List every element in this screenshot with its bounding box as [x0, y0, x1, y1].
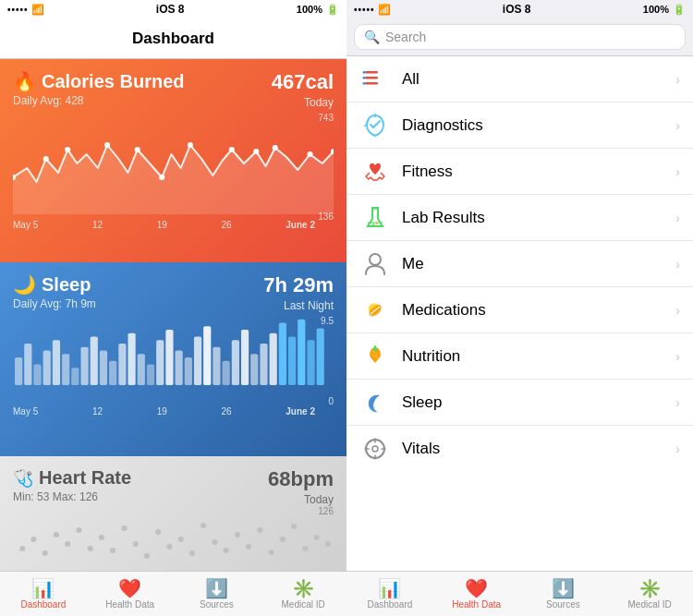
calories-chart: 743 136	[13, 113, 334, 242]
fitness-chevron: ›	[675, 164, 680, 179]
right-tab-dashboard[interactable]: 📊 Dashboard	[346, 579, 433, 610]
svg-point-46	[30, 537, 36, 542]
calories-x-labels: May 5 12 19 26 June 2	[13, 218, 334, 234]
diagnostics-icon	[359, 110, 391, 141]
right-dashboard-tab-icon: 📊	[378, 579, 401, 598]
calories-line-chart	[13, 113, 334, 214]
svg-rect-15	[43, 351, 51, 386]
svg-point-4	[135, 147, 140, 152]
svg-rect-34	[223, 361, 230, 385]
svg-rect-23	[118, 344, 126, 385]
dashboard-tab-icon: 📊	[31, 579, 55, 598]
all-chevron: ›	[675, 72, 680, 87]
svg-rect-13	[24, 344, 31, 385]
list-item-me[interactable]: Me ›	[346, 241, 693, 287]
list-item-lab-results[interactable]: Lab Results ›	[346, 195, 693, 241]
svg-point-77	[363, 76, 366, 79]
x-label-june2: June 2	[286, 220, 315, 230]
svg-point-60	[189, 550, 195, 556]
fitness-label: Fitness	[402, 163, 675, 181]
svg-rect-17	[62, 354, 69, 385]
list-item-diagnostics[interactable]: Diagnostics ›	[346, 103, 693, 149]
calories-card[interactable]: 🔥 Calories Burned Daily Avg: 428 467cal …	[0, 59, 346, 262]
sleep-title: Sleep	[42, 274, 91, 296]
heartrate-dots-chart	[13, 512, 334, 562]
sleep-min-label: 0	[328, 396, 334, 406]
sources-tab-label: Sources	[200, 599, 234, 610]
search-bar-container: 🔍 Search	[346, 18, 693, 56]
svg-rect-75	[365, 82, 378, 85]
moon-icon: 🌙	[13, 273, 36, 296]
x-label-19: 19	[157, 220, 167, 230]
list-item-all[interactable]: All ›	[346, 56, 693, 103]
svg-point-6	[188, 142, 193, 148]
svg-point-68	[280, 537, 286, 542]
left-panel: ••••• 📶 iOS 8 100% 🔋 Dashboard 🔥 Calorie…	[0, 0, 346, 616]
svg-rect-21	[100, 351, 107, 386]
svg-point-53	[110, 548, 116, 553]
svg-rect-19	[80, 347, 88, 385]
right-tab-sources[interactable]: ⬇️ Sources	[520, 579, 607, 610]
me-chevron: ›	[675, 257, 680, 272]
search-bar[interactable]: 🔍 Search	[354, 24, 686, 50]
svg-point-81	[376, 223, 379, 224]
svg-point-9	[273, 145, 278, 151]
fitness-icon	[359, 156, 391, 187]
list-item-vitals[interactable]: Vitals ›	[346, 426, 693, 472]
lab-results-chevron: ›	[675, 211, 680, 225]
svg-rect-41	[288, 337, 296, 386]
svg-rect-36	[241, 330, 249, 385]
tab-health-data[interactable]: ❤️ Health Data	[87, 579, 174, 610]
tab-dashboard[interactable]: 📊 Dashboard	[0, 579, 87, 610]
svg-point-62	[212, 539, 217, 545]
search-icon: 🔍	[364, 30, 380, 44]
vitals-chevron: ›	[675, 441, 680, 456]
svg-rect-32	[203, 326, 211, 385]
sleep-chart: 9.5 0	[13, 316, 334, 427]
svg-rect-28	[165, 330, 173, 385]
tab-medical-id[interactable]: ✳️ Medical ID	[260, 579, 346, 610]
svg-rect-44	[317, 329, 324, 386]
sleep-list-icon	[359, 387, 391, 418]
svg-rect-73	[365, 71, 378, 74]
right-wifi-icon: 📶	[378, 4, 391, 16]
right-tab-medical-id[interactable]: ✳️ Medical ID	[606, 579, 693, 610]
calories-date: Today	[272, 96, 334, 109]
medications-icon	[359, 295, 391, 326]
svg-rect-31	[194, 337, 201, 386]
x-label-may5: May 5	[13, 220, 38, 230]
diagnostics-label: Diagnostics	[402, 116, 675, 135]
battery-icon: 🔋	[326, 4, 339, 16]
sleep-card[interactable]: 🌙 Sleep Daily Avg: 7h 9m 7h 29m Last Nig…	[0, 262, 346, 456]
calories-value: 467cal	[272, 70, 334, 94]
svg-point-58	[166, 544, 172, 550]
tab-sources[interactable]: ⬇️ Sources	[174, 579, 261, 610]
right-sources-tab-icon: ⬇️	[552, 579, 575, 598]
sleep-max-label: 9.5	[321, 316, 334, 326]
svg-rect-29	[176, 351, 183, 386]
medical-id-tab-icon: ✳️	[292, 579, 315, 598]
list-item-nutrition[interactable]: Nutrition ›	[346, 333, 693, 380]
list-item-fitness[interactable]: Fitness ›	[346, 149, 693, 195]
svg-point-10	[307, 151, 312, 157]
search-placeholder: Search	[385, 30, 426, 44]
svg-rect-26	[147, 365, 154, 386]
svg-point-61	[201, 523, 206, 528]
list-item-medications[interactable]: Medications ›	[346, 287, 693, 333]
right-tab-health-data[interactable]: ❤️ Health Data	[433, 579, 520, 610]
list-item-sleep[interactable]: Sleep ›	[346, 380, 693, 426]
right-tab-bar: 📊 Dashboard ❤️ Health Data ⬇️ Sources ✳️…	[346, 571, 693, 616]
heartrate-card[interactable]: 🩺 Heart Rate Min: 53 Max: 126 68bpm Toda…	[0, 456, 346, 571]
nutrition-label: Nutrition	[402, 347, 675, 366]
svg-rect-24	[128, 333, 136, 385]
lab-results-label: Lab Results	[402, 209, 675, 227]
x-label-26: 26	[222, 220, 232, 230]
vitals-label: Vitals	[402, 440, 675, 458]
svg-point-78	[363, 81, 366, 84]
x-label-12: 12	[92, 220, 103, 230]
svg-rect-38	[260, 344, 267, 385]
me-icon	[359, 248, 391, 280]
right-sources-tab-label: Sources	[546, 599, 580, 610]
right-carrier-label: iOS 8	[503, 3, 531, 16]
svg-rect-40	[279, 323, 286, 386]
